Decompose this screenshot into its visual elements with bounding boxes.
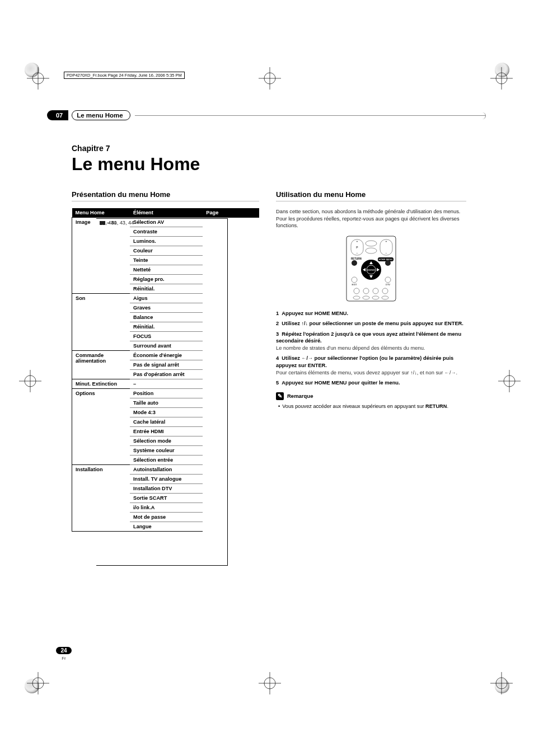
- svg-point-30: [366, 248, 377, 253]
- col-header-element: Élément: [130, 208, 203, 218]
- step-3: 3 Répétez l'opération 2 jusqu'à ce que v…: [276, 331, 466, 352]
- svg-point-46: [352, 277, 357, 283]
- crop-mark-icon: [498, 370, 515, 387]
- page-language: Fr: [48, 656, 79, 661]
- chapter-header: 07 Le menu Home: [48, 109, 486, 121]
- svg-point-52: [373, 288, 378, 294]
- svg-text:+: +: [386, 240, 387, 243]
- step-5: 5 Appuyez sur HOME MENU pour quitter le …: [276, 379, 466, 387]
- up-down-arrow-icon: ↑/↓: [410, 370, 417, 375]
- crop-mark-icon: [27, 67, 44, 84]
- svg-point-53: [382, 288, 388, 294]
- svg-text:−: −: [386, 251, 387, 255]
- step-4: 4 Utilisez ←/→ pour sélectionner l'optio…: [276, 355, 466, 376]
- svg-point-56: [372, 296, 379, 299]
- chapter-title: Le menu Home: [72, 154, 486, 175]
- step-1: 1 Appuyez sur HOME MENU.: [276, 310, 466, 317]
- remote-control-illustration: P + − + − RETURN HOME MENU ENTER: [343, 235, 399, 302]
- crop-mark-icon: [259, 672, 275, 689]
- svg-point-54: [353, 296, 360, 299]
- svg-point-50: [354, 288, 359, 294]
- crop-mark-icon: [259, 67, 275, 84]
- svg-text:DTV: DTV: [386, 283, 390, 286]
- page-number: 24: [56, 647, 71, 654]
- header-rule: [135, 115, 486, 116]
- svg-point-57: [382, 296, 388, 299]
- svg-text:HOME MENU: HOME MENU: [379, 258, 393, 261]
- svg-text:RETURN: RETURN: [351, 257, 362, 260]
- svg-point-29: [366, 241, 377, 246]
- chapter-header-title: Le menu Home: [72, 110, 130, 120]
- crop-mark-icon: [490, 67, 507, 84]
- crop-mark-icon: [490, 672, 507, 689]
- note-body: Vous pouvez accéder aux niveaux supérieu…: [276, 403, 466, 410]
- menu-table: Menu Home Élément Page ImageSélection AV…: [72, 208, 259, 532]
- left-right-arrow-icon: ←/→: [301, 356, 313, 361]
- chapter-label: Chapitre 7: [72, 144, 486, 153]
- table-row: Langue28: [72, 522, 259, 532]
- svg-text:P: P: [356, 246, 358, 249]
- crop-mark-icon: [27, 672, 44, 689]
- intro-text: Dans cette section, nous abordons la mét…: [276, 208, 466, 229]
- svg-text:+: +: [357, 240, 358, 243]
- col-header-menu: Menu Home: [72, 208, 130, 218]
- chapter-number-badge: 07: [47, 110, 68, 120]
- source-file-label: PDP4270XD_Fr.book Page 24 Friday, June 1…: [64, 72, 185, 79]
- menu-page-ref: 28: [96, 218, 228, 566]
- left-right-arrow-icon: ←/→: [444, 370, 456, 375]
- svg-point-51: [363, 288, 369, 294]
- svg-text:EXIT: EXIT: [352, 283, 357, 286]
- page-footer: 24 Fr: [48, 645, 79, 661]
- svg-text:−: −: [357, 251, 358, 255]
- crop-mark-icon: [19, 370, 36, 387]
- note-heading: ✎ Remarque: [276, 392, 466, 400]
- col-header-page: Page: [203, 208, 259, 218]
- svg-text:ENTER: ENTER: [367, 269, 375, 271]
- up-down-arrow-icon: ↑/↓: [301, 321, 308, 327]
- svg-point-48: [385, 277, 391, 283]
- section-heading-right: Utilisation du menu Home: [276, 190, 466, 201]
- svg-point-55: [363, 296, 369, 299]
- note-icon: ✎: [276, 392, 284, 400]
- section-heading-left: Présentation du menu Home: [72, 190, 259, 201]
- step-2: 2 Utilisez ↑/↓ pour sélectionner un post…: [276, 320, 466, 327]
- svg-point-44: [352, 260, 357, 266]
- svg-point-45: [385, 260, 391, 266]
